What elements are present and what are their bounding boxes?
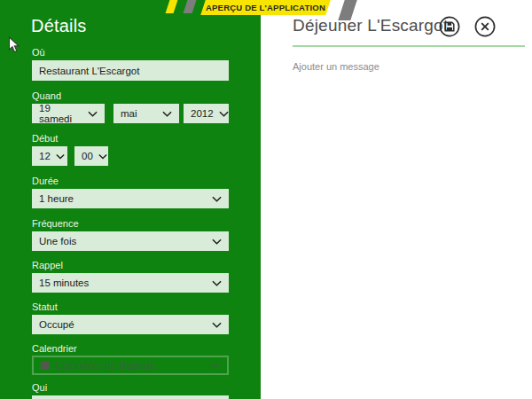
status-label: Statut	[32, 301, 58, 312]
app-preview-badge: APERÇU DE L'APPLICATION	[200, 0, 331, 15]
chevron-down-icon	[219, 111, 229, 117]
close-icon	[474, 16, 496, 37]
details-panel: Détails Où Quand 19 samedi mai 2012 Débu…	[0, 0, 261, 399]
duration-select[interactable]: 1 heure	[32, 189, 229, 208]
duration-value: 1 heure	[39, 193, 74, 204]
start-minute-select[interactable]: 00	[74, 146, 108, 166]
chevron-down-icon	[98, 153, 107, 160]
chevron-down-icon	[210, 363, 220, 369]
title-divider	[293, 45, 525, 47]
reminder-value: 15 minutes	[39, 278, 89, 288]
cursor-arrow-icon	[8, 36, 20, 54]
start-minute-value: 00	[82, 151, 93, 161]
when-month-select[interactable]: mai	[113, 104, 179, 123]
calendar-value: Calendrier de Baptiste	[55, 360, 156, 371]
status-value: Occupé	[39, 319, 74, 330]
when-year-select[interactable]: 2012	[184, 104, 229, 123]
details-panel-title: Détails	[31, 16, 87, 36]
when-year-value: 2012	[191, 108, 214, 119]
duration-label: Durée	[32, 176, 59, 186]
event-title: Déjeuner L'Escargot	[293, 16, 448, 35]
where-input[interactable]	[32, 60, 229, 81]
start-hour-select[interactable]: 12	[32, 146, 67, 166]
start-hour-value: 12	[39, 151, 51, 161]
when-label: Quand	[32, 90, 61, 101]
chevron-down-icon	[212, 239, 222, 245]
chevron-down-icon	[212, 196, 222, 202]
calendar-select[interactable]: Calendrier de Baptiste	[32, 356, 229, 375]
chevron-down-icon	[212, 280, 222, 286]
save-button[interactable]	[439, 16, 460, 37]
app-preview-badge-label: APERÇU DE L'APPLICATION	[206, 3, 325, 12]
when-day-select[interactable]: 19 samedi	[32, 104, 105, 123]
save-icon	[439, 16, 460, 37]
chevron-down-icon	[212, 322, 222, 328]
when-month-value: mai	[121, 108, 137, 119]
message-placeholder[interactable]: Ajouter un message	[293, 61, 379, 72]
chevron-down-icon	[88, 111, 98, 117]
calendar-color-swatch	[41, 362, 49, 370]
start-label: Début	[32, 133, 58, 144]
close-button[interactable]	[474, 16, 496, 37]
frequency-label: Fréquence	[32, 218, 79, 229]
event-panel: Déjeuner L'Escargot Ajouter un message	[261, 0, 532, 399]
where-label: Où	[32, 47, 45, 58]
reminder-select[interactable]: 15 minutes	[32, 273, 229, 293]
who-input[interactable]	[32, 395, 229, 399]
when-day-value: 19 samedi	[39, 103, 82, 124]
reminder-label: Rappel	[32, 260, 63, 270]
calendar-label: Calendrier	[32, 343, 77, 354]
frequency-value: Une fois	[39, 236, 76, 246]
status-select[interactable]: Occupé	[32, 315, 229, 334]
who-label: Qui	[32, 382, 47, 393]
chevron-down-icon	[56, 153, 65, 160]
frequency-select[interactable]: Une fois	[32, 231, 229, 251]
chevron-down-icon	[162, 111, 172, 117]
